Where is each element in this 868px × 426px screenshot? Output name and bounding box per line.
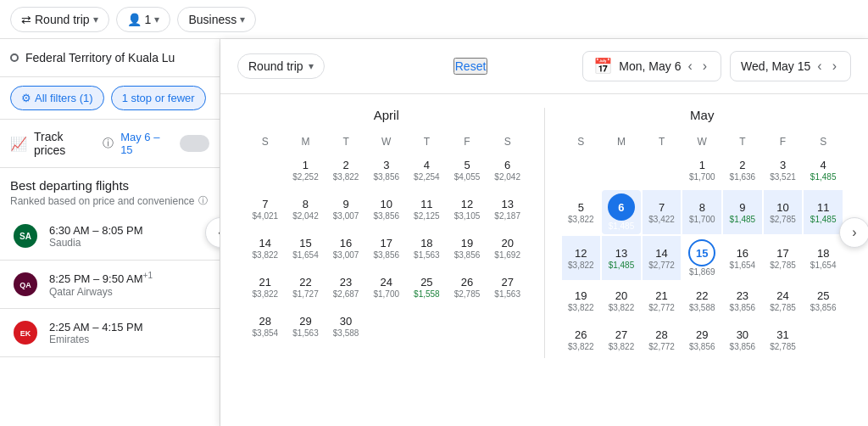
day-cell[interactable]: 4$1,485 bbox=[804, 151, 843, 188]
day-cell[interactable]: 8$1,700 bbox=[682, 190, 721, 234]
day-cell[interactable]: 18$1,563 bbox=[408, 229, 447, 266]
day-cell[interactable]: 16$3,007 bbox=[326, 229, 365, 266]
day-cell[interactable]: 25$1,558 bbox=[408, 268, 447, 305]
day-cell[interactable]: 6$1,485 bbox=[602, 190, 641, 234]
svg-text:QA: QA bbox=[19, 281, 31, 289]
day-price: $3,856 bbox=[810, 303, 837, 312]
day-cell[interactable]: 19$3,822 bbox=[562, 282, 601, 319]
date-from-text: Mon, May 6 bbox=[619, 59, 681, 73]
flight-item-saudia[interactable]: SA 6:30 AM – 8:05 PM Saudia bbox=[0, 212, 220, 261]
day-cell[interactable]: 29$1,563 bbox=[287, 307, 326, 345]
day-cell[interactable]: 7$3,422 bbox=[643, 190, 682, 234]
filters-bar: ⚙ All filters (1) 1 stop or fewer bbox=[0, 77, 220, 120]
right-nav-arrow[interactable]: › bbox=[839, 217, 868, 248]
day-cell[interactable]: 18$1,654 bbox=[804, 236, 843, 280]
day-number: 27 bbox=[615, 328, 627, 341]
day-cell[interactable]: 26$2,785 bbox=[448, 268, 487, 305]
origin-dot bbox=[10, 53, 19, 62]
passengers-button[interactable]: 👤 1 ▾ bbox=[116, 7, 171, 32]
day-cell[interactable]: 9$3,007 bbox=[326, 190, 365, 227]
reset-button[interactable]: Reset bbox=[453, 58, 488, 75]
day-price: $3,856 bbox=[730, 342, 756, 351]
cabin-class-button[interactable]: Business ▾ bbox=[177, 7, 256, 32]
day-number: 26 bbox=[461, 276, 473, 289]
day-price: $2,785 bbox=[770, 261, 796, 270]
day-cell[interactable]: 8$2,042 bbox=[287, 190, 326, 227]
day-cell[interactable]: 15$1,869 bbox=[682, 236, 721, 280]
day-cell[interactable]: 6$2,042 bbox=[488, 151, 527, 188]
day-cell[interactable]: 23$2,687 bbox=[326, 268, 365, 305]
day-number: 19 bbox=[575, 289, 587, 302]
day-cell[interactable]: 28$3,854 bbox=[246, 307, 285, 345]
day-cell[interactable]: 20$3,822 bbox=[602, 282, 641, 319]
day-cell[interactable]: 21$2,772 bbox=[643, 282, 682, 319]
day-cell[interactable]: 22$1,727 bbox=[287, 268, 326, 305]
date-from-next[interactable]: › bbox=[699, 59, 710, 74]
day-cell[interactable]: 12$3,822 bbox=[562, 236, 601, 280]
day-cell[interactable]: 19$3,856 bbox=[448, 229, 487, 266]
emirates-logo: EK bbox=[10, 317, 41, 348]
day-cell[interactable]: 5$3,822 bbox=[562, 190, 601, 234]
all-filters-button[interactable]: ⚙ All filters (1) bbox=[10, 86, 104, 110]
day-cell[interactable]: 26$3,822 bbox=[562, 321, 601, 358]
day-cell[interactable]: 22$3,588 bbox=[682, 282, 721, 319]
stops-filter-button[interactable]: 1 stop or fewer bbox=[111, 86, 206, 110]
day-cell[interactable]: 29$3,856 bbox=[682, 321, 721, 358]
day-cell[interactable]: 2$1,636 bbox=[723, 151, 762, 188]
day-price: $1,727 bbox=[292, 289, 319, 299]
day-cell[interactable]: 3$3,856 bbox=[367, 151, 406, 188]
day-cell[interactable]: 2$3,822 bbox=[326, 151, 365, 188]
day-cell[interactable]: 14$2,772 bbox=[643, 236, 682, 280]
day-cell[interactable]: 11$2,125 bbox=[408, 190, 447, 227]
day-cell[interactable]: 16$1,654 bbox=[723, 236, 762, 280]
day-price: $3,422 bbox=[648, 215, 675, 224]
trip-type-button[interactable]: ⇄ Round trip ▾ bbox=[10, 7, 109, 32]
day-number: 1 bbox=[699, 159, 705, 171]
day-cell[interactable]: 27$3,822 bbox=[602, 321, 641, 358]
date-to-prev[interactable]: ‹ bbox=[814, 59, 825, 74]
day-cell[interactable]: 14$3,822 bbox=[246, 229, 285, 266]
day-cell[interactable]: 17$3,856 bbox=[367, 229, 406, 266]
day-cell[interactable]: 30$3,588 bbox=[326, 307, 365, 345]
date-to-text: Wed, May 15 bbox=[741, 59, 810, 73]
date-from-prev[interactable]: ‹ bbox=[684, 59, 695, 74]
day-cell[interactable]: 13$1,485 bbox=[602, 236, 641, 280]
day-cell[interactable]: 24$1,700 bbox=[367, 268, 406, 305]
flight-item-qatar[interactable]: QA 8:25 PM – 9:50 AM+1 Qatar Airways bbox=[0, 261, 220, 309]
day-cell[interactable]: 21$3,822 bbox=[246, 268, 285, 305]
day-cell[interactable]: 30$3,856 bbox=[723, 321, 762, 358]
calendar-trip-type[interactable]: Round trip ▾ bbox=[237, 53, 325, 79]
origin-input[interactable]: Federal Territory of Kuala Lu bbox=[25, 51, 175, 64]
day-cell[interactable]: 13$2,187 bbox=[488, 190, 527, 227]
day-cell[interactable]: 20$1,692 bbox=[488, 229, 527, 266]
day-cell[interactable]: 24$2,785 bbox=[764, 282, 803, 319]
flight-item-emirates[interactable]: EK 2:25 AM – 4:15 PM Emirates bbox=[0, 309, 220, 357]
day-cell[interactable]: 5$4,055 bbox=[448, 151, 487, 188]
day-cell[interactable]: 3$3,521 bbox=[764, 151, 803, 188]
day-cell[interactable]: 12$3,105 bbox=[448, 190, 487, 227]
day-cell[interactable]: 28$2,772 bbox=[643, 321, 682, 358]
day-cell[interactable]: 1$1,700 bbox=[682, 151, 721, 188]
sidebar: Federal Territory of Kuala Lu ⚙ All filt… bbox=[0, 39, 220, 426]
passengers-label: 1 bbox=[145, 13, 152, 26]
day-cell[interactable]: 11$1,485 bbox=[804, 190, 843, 234]
day-cell[interactable]: 15$1,654 bbox=[287, 229, 326, 266]
day-cell[interactable]: 4$2,254 bbox=[408, 151, 447, 188]
day-cell[interactable]: 10$2,785 bbox=[764, 190, 803, 234]
day-cell[interactable]: 27$1,563 bbox=[488, 268, 527, 305]
track-prices-toggle[interactable] bbox=[180, 135, 209, 152]
day-number: 21 bbox=[259, 276, 271, 289]
stops-label: 1 stop or fewer bbox=[122, 92, 195, 104]
day-price: $3,822 bbox=[253, 289, 279, 299]
day-cell[interactable]: 25$3,856 bbox=[804, 282, 843, 319]
day-cell[interactable]: 23$3,856 bbox=[723, 282, 762, 319]
day-number: 13 bbox=[501, 198, 513, 210]
day-cell[interactable]: 9$1,485 bbox=[723, 190, 762, 234]
date-to-next[interactable]: › bbox=[829, 59, 840, 74]
day-cell[interactable]: 1$2,252 bbox=[287, 151, 326, 188]
day-cell[interactable]: 17$2,785 bbox=[764, 236, 803, 280]
day-cell[interactable]: 7$4,021 bbox=[246, 190, 285, 227]
day-cell[interactable]: 10$3,856 bbox=[367, 190, 406, 227]
day-cell[interactable]: 31$2,785 bbox=[764, 321, 803, 358]
filter-icon: ⚙ bbox=[21, 92, 31, 104]
